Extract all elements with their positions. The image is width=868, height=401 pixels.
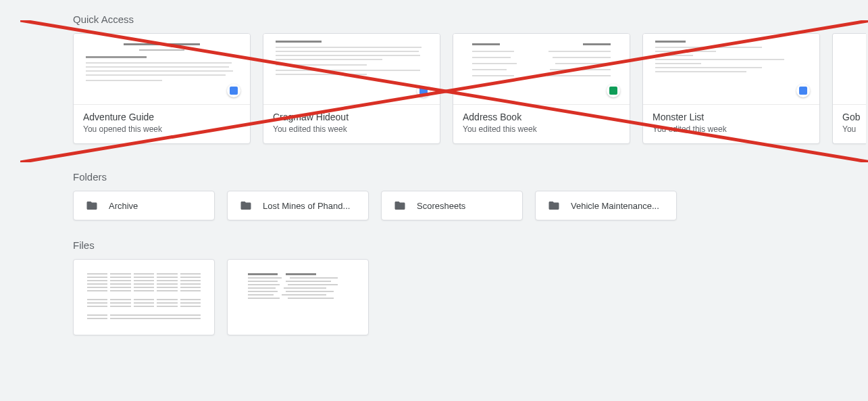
files-row <box>73 259 868 335</box>
folder-card[interactable]: Archive <box>73 191 215 220</box>
folder-icon <box>546 199 561 212</box>
docs-icon <box>227 84 240 97</box>
folder-label: Archive <box>109 201 138 211</box>
card-subtitle: You edited this week <box>463 124 620 134</box>
folder-label: Vehicle Maintenance... <box>571 201 659 211</box>
document-preview <box>453 34 630 105</box>
folder-label: Lost Mines of Phand... <box>263 201 350 211</box>
file-preview <box>84 269 203 325</box>
docs-icon <box>417 84 430 97</box>
file-card[interactable] <box>227 259 369 335</box>
document-preview <box>74 34 250 105</box>
card-subtitle: You edited this week <box>653 124 810 134</box>
card-title: Adventure Guide <box>83 112 240 122</box>
folder-label: Scoresheets <box>417 201 465 211</box>
folder-card[interactable]: Vehicle Maintenance... <box>535 191 677 220</box>
file-card[interactable] <box>73 259 215 335</box>
section-heading-folders: Folders <box>73 171 868 183</box>
quick-access-card[interactable]: Adventure Guide You opened this week <box>73 33 251 144</box>
section-heading-quick-access: Quick Access <box>73 14 868 25</box>
card-title: Cragmaw Hideout <box>273 112 430 122</box>
docs-icon <box>796 84 810 97</box>
document-preview <box>263 34 440 105</box>
card-subtitle: You edited this week <box>273 124 430 134</box>
card-title: Address Book <box>463 112 620 122</box>
quick-access-card[interactable]: Cragmaw Hideout You edited this week <box>263 33 440 144</box>
folder-icon <box>238 199 253 212</box>
folder-card[interactable]: Lost Mines of Phand... <box>227 191 369 220</box>
sheets-icon <box>607 84 620 97</box>
quick-access-card[interactable]: Monster List You edited this week <box>642 33 820 144</box>
card-title: Gob <box>842 112 857 122</box>
quick-access-card[interactable]: Gob You <box>832 33 866 144</box>
card-subtitle: You opened this week <box>83 124 240 134</box>
folder-icon <box>84 199 99 212</box>
card-subtitle: You <box>842 124 857 134</box>
quick-access-card[interactable]: Address Book You edited this week <box>453 33 630 144</box>
file-preview <box>238 269 357 305</box>
section-heading-files: Files <box>73 239 868 251</box>
card-title: Monster List <box>653 112 810 122</box>
folders-row: Archive Lost Mines of Phand... Scoreshee… <box>73 191 868 220</box>
folder-icon <box>392 199 407 212</box>
quick-access-row: Adventure Guide You opened this week Cra… <box>73 33 868 144</box>
document-preview <box>643 34 819 105</box>
folder-card[interactable]: Scoresheets <box>381 191 523 220</box>
document-preview <box>833 34 866 105</box>
